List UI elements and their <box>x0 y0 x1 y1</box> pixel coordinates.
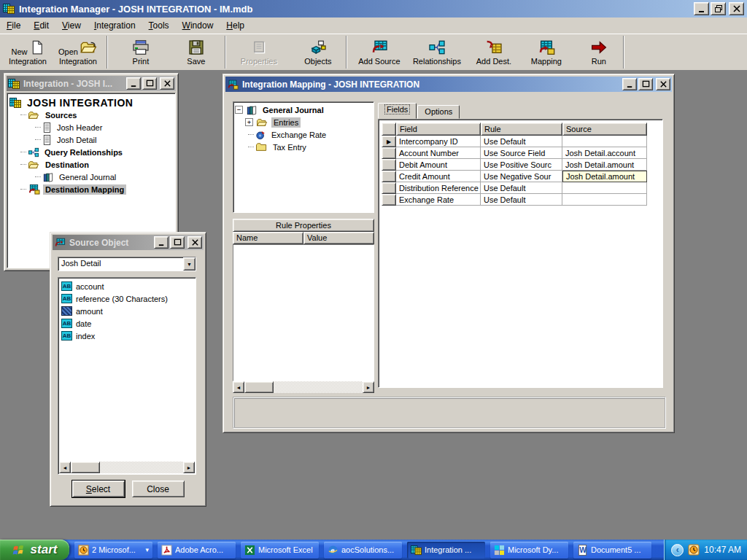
open-integration-button[interactable]: Open Integration <box>54 35 102 69</box>
rule-properties-hscrollbar[interactable]: ◄ ► <box>233 381 374 393</box>
grid-cell-source[interactable]: Josh Detail.account <box>562 147 647 159</box>
scroll-right-button[interactable]: ► <box>363 381 374 393</box>
tree-item-general-journal[interactable]: − General Journal <box>235 104 372 116</box>
menu-edit[interactable]: Edit <box>27 18 55 33</box>
app-minimize-button[interactable] <box>694 2 709 15</box>
tree-item-query-relationships[interactable]: Query Relationships <box>9 146 174 158</box>
relationships-button[interactable]: Relationships <box>409 35 465 69</box>
integration-maximize-button[interactable] <box>142 77 157 90</box>
integration-minimize-button[interactable] <box>126 77 141 90</box>
expand-icon[interactable]: + <box>245 118 253 126</box>
start-button[interactable]: start <box>0 540 69 560</box>
row-selector[interactable] <box>382 194 396 206</box>
grid-cell-source-selected[interactable]: Josh Detail.amount <box>562 171 647 182</box>
row-selector[interactable] <box>382 182 396 194</box>
scrollbar-thumb[interactable] <box>71 462 100 473</box>
close-button[interactable]: Close <box>132 481 185 497</box>
menu-window[interactable]: Window <box>176 18 220 33</box>
source-minimize-button[interactable] <box>154 236 169 249</box>
scroll-left-button[interactable]: ◄ <box>233 381 244 393</box>
add-source-button[interactable]: Add Source <box>355 35 404 69</box>
save-button[interactable]: Save <box>175 35 217 69</box>
menu-tools[interactable]: Tools <box>142 18 176 33</box>
scroll-right-button[interactable]: ► <box>183 462 195 473</box>
tray-clock-icon[interactable] <box>688 544 700 556</box>
grid-cell-source[interactable] <box>562 136 647 147</box>
field-item-amount[interactable]: # amount <box>59 305 195 317</box>
grid-cell-rule[interactable]: Use Default <box>481 136 562 147</box>
column-header-rule[interactable]: Rule <box>481 122 562 136</box>
source-maximize-button[interactable] <box>170 236 185 249</box>
tree-item-tax-entry[interactable]: Tax Entry <box>235 141 372 153</box>
scroll-left-button[interactable]: ◄ <box>59 462 71 473</box>
run-button[interactable]: Run <box>581 35 617 69</box>
column-header-source[interactable]: Source <box>562 122 647 136</box>
scrollbar-track[interactable] <box>71 462 183 473</box>
task-button-excel[interactable]: Microsoft Excel <box>241 542 319 559</box>
new-integration-button[interactable]: New Integration <box>4 35 51 69</box>
grid-cell-field[interactable]: Intercompany ID <box>396 136 481 147</box>
grid-cell-rule[interactable]: Use Source Field <box>481 147 562 159</box>
add-dest-button[interactable]: Add Dest. <box>471 35 516 69</box>
tree-item-general-journal[interactable]: General Journal <box>9 171 174 183</box>
grid-cell-rule[interactable]: Use Negative Sour <box>481 171 562 182</box>
tray-chevron-icon[interactable]: ‹ <box>671 544 684 556</box>
scrollbar-track[interactable] <box>244 381 363 393</box>
grid-cell-field[interactable]: Distribution Reference <box>396 182 481 194</box>
app-restore-button[interactable] <box>711 2 726 15</box>
row-selector[interactable] <box>382 171 396 182</box>
grid-cell-source[interactable] <box>562 182 647 194</box>
tree-item-destination-mapping[interactable]: Destination Mapping <box>9 183 174 195</box>
menu-help[interactable]: Help <box>220 18 251 33</box>
task-button-grouped-office[interactable]: 2 Microsof... ▾ <box>74 542 152 559</box>
collapse-icon[interactable]: − <box>235 106 243 114</box>
field-item-date[interactable]: AB date <box>59 317 195 330</box>
row-selector-current[interactable]: ▶ <box>382 136 396 147</box>
mapping-button[interactable]: Mapping <box>525 35 568 69</box>
menu-view[interactable]: View <box>55 18 88 33</box>
tree-item-sources[interactable]: Sources <box>9 109 174 121</box>
source-list-hscrollbar[interactable]: ◄ ► <box>59 462 195 473</box>
grid-cell-rule[interactable]: Use Default <box>481 182 562 194</box>
task-button-integration[interactable]: Integration ... <box>407 542 485 559</box>
task-button-adobe[interactable]: Adobe Acro... <box>158 542 236 559</box>
grid-cell-field[interactable]: Account Number <box>396 147 481 159</box>
field-item-reference[interactable]: AB reference (30 Characters) <box>59 292 195 305</box>
tree-item-exchange-rate[interactable]: Exchange Rate <box>235 128 372 141</box>
integration-close-button[interactable] <box>160 77 174 90</box>
grid-cell-field[interactable]: Exchange Rate <box>396 194 481 206</box>
column-header-name[interactable]: Name <box>233 232 303 244</box>
rule-properties-list[interactable] <box>233 244 374 381</box>
chevron-down-icon[interactable]: ▼ <box>183 257 196 271</box>
tab-options[interactable]: Options <box>417 105 460 119</box>
tree-item-root[interactable]: JOSH INTEGRATION <box>9 96 174 109</box>
column-header-field[interactable]: Field <box>396 122 481 136</box>
tree-item-entries[interactable]: + Entries <box>235 116 372 128</box>
grid-cell-source[interactable] <box>562 194 647 206</box>
row-selector[interactable] <box>382 159 396 171</box>
tray-time[interactable]: 10:47 AM <box>704 545 741 555</box>
grid-cell-rule[interactable]: Use Positive Sourc <box>481 159 562 171</box>
objects-button[interactable]: Objects <box>298 35 338 69</box>
field-item-index[interactable]: AB index <box>59 330 195 342</box>
row-selector[interactable] <box>382 147 396 159</box>
select-button[interactable]: Select <box>72 481 125 497</box>
app-close-button[interactable] <box>729 2 744 15</box>
tree-item-josh-detail[interactable]: Josh Detail <box>9 133 174 146</box>
mapping-minimize-button[interactable] <box>622 78 637 90</box>
print-button[interactable]: Print <box>118 35 163 69</box>
grid-cell-field[interactable]: Credit Amount <box>396 171 481 182</box>
menu-integration[interactable]: Integration <box>88 18 142 33</box>
source-object-combobox[interactable]: Josh Detail ▼ <box>58 257 196 271</box>
task-button-dynamics[interactable]: Microsoft Dy... <box>490 542 568 559</box>
mapping-close-button[interactable] <box>656 78 670 90</box>
task-button-aocsolutions[interactable]: e aocSolutions... <box>324 542 402 559</box>
tab-fields[interactable]: Fields <box>378 103 417 119</box>
source-close-button[interactable] <box>187 236 202 249</box>
tree-item-destination[interactable]: Destination <box>9 158 174 171</box>
tree-item-josh-header[interactable]: Josh Header <box>9 121 174 133</box>
grid-cell-field[interactable]: Debit Amount <box>396 159 481 171</box>
mapping-maximize-button[interactable] <box>638 78 653 90</box>
menu-file[interactable]: File <box>0 18 27 33</box>
grid-cell-source[interactable]: Josh Detail.amount <box>562 159 647 171</box>
